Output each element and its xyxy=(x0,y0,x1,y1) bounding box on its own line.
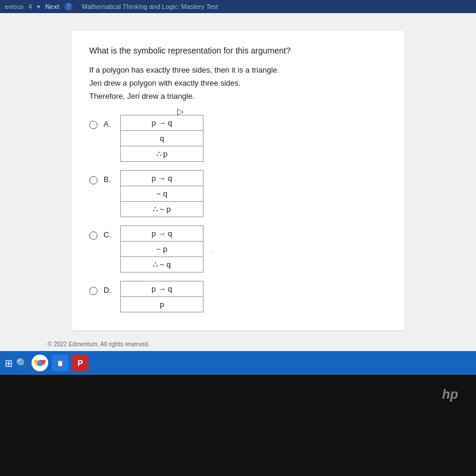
option-b-row1: p → q xyxy=(121,171,203,186)
option-a-row[interactable]: A. p → q q ∴ p xyxy=(89,115,387,162)
copyright-text: © 2022 Edmentum. All rights reserved. xyxy=(48,341,149,347)
cursor-indicator: ▷ xyxy=(177,107,184,116)
main-content-area: What is the symbolic representation for … xyxy=(0,13,476,337)
option-d-table: p → q p xyxy=(120,281,203,312)
start-button[interactable]: ⊞ xyxy=(5,358,12,369)
page-title: Mathematical Thinking and Logic: Mastery… xyxy=(82,3,218,10)
option-b-radio[interactable] xyxy=(89,176,98,184)
option-a-row3: ∴ p xyxy=(121,146,203,162)
option-a-row2: q xyxy=(121,131,203,146)
chrome-icon[interactable] xyxy=(32,355,48,371)
option-c-label: C. xyxy=(104,230,114,239)
option-c-row[interactable]: C. p → q ~ p ∴ ~ q . xyxy=(89,226,387,273)
option-a-label: A. xyxy=(104,120,114,129)
question-number: 4 xyxy=(29,3,32,10)
option-d-label: D. xyxy=(104,286,114,295)
option-c-row3: ∴ ~ q xyxy=(121,257,203,273)
option-c-dot: . xyxy=(212,247,214,254)
option-d-row1: p → q xyxy=(121,281,203,297)
argument-block: If a polygon has exactly three sides, th… xyxy=(89,64,387,103)
option-c-table: p → q ~ p ∴ ~ q xyxy=(120,226,203,273)
argument-line-2: Jeri drew a polygon with exactly three s… xyxy=(89,77,387,90)
answer-options: A. p → q q ∴ p B. p → q ~ q ∴ ~ p xyxy=(89,115,387,312)
option-d-row[interactable]: D. p → q p xyxy=(89,281,387,312)
next-button[interactable]: Next xyxy=(45,3,60,10)
previous-label: evious xyxy=(5,3,24,10)
top-navigation-bar: evious 4 ▾ Next ? Mathematical Thinking … xyxy=(0,0,476,13)
taskbar[interactable]: ⊞ 🔍 📋 P xyxy=(0,351,476,375)
option-d-radio[interactable] xyxy=(89,287,98,295)
option-d-row2: p xyxy=(121,297,203,312)
question-container: What is the symbolic representation for … xyxy=(71,31,405,330)
option-c-row2: ~ p xyxy=(121,242,203,257)
option-b-label: B. xyxy=(104,175,114,184)
argument-line-3: Therefore, Jeri drew a triangle. xyxy=(89,90,387,103)
app-icon-1-label: 📋 xyxy=(57,360,64,367)
option-a-table: p → q q ∴ p xyxy=(120,115,203,162)
question-text: What is the symbolic representation for … xyxy=(89,46,387,55)
bottom-area: hp xyxy=(0,375,476,476)
option-a-row1: p → q xyxy=(121,115,203,131)
hp-logo: hp xyxy=(442,387,458,402)
option-b-row3: ∴ ~ p xyxy=(121,202,203,217)
option-c-row1: p → q xyxy=(121,226,203,242)
next-info-icon: ? xyxy=(64,2,73,11)
app-icon-2[interactable]: P xyxy=(72,355,89,371)
option-b-row[interactable]: B. p → q ~ q ∴ ~ p xyxy=(89,170,387,217)
option-b-row2: ~ q xyxy=(121,186,203,202)
chevron-down-icon: ▾ xyxy=(37,3,40,11)
footer: © 2022 Edmentum. All rights reserved. xyxy=(0,337,476,351)
option-a-radio[interactable] xyxy=(89,121,98,129)
option-b-table: p → q ~ q ∴ ~ p xyxy=(120,170,203,217)
argument-line-1: If a polygon has exactly three sides, th… xyxy=(89,64,387,77)
app-icon-2-label: P xyxy=(77,358,83,368)
svg-point-1 xyxy=(37,361,42,365)
app-icon-1[interactable]: 📋 xyxy=(52,355,68,371)
search-icon[interactable]: 🔍 xyxy=(16,358,28,369)
option-c-radio[interactable] xyxy=(89,231,98,240)
